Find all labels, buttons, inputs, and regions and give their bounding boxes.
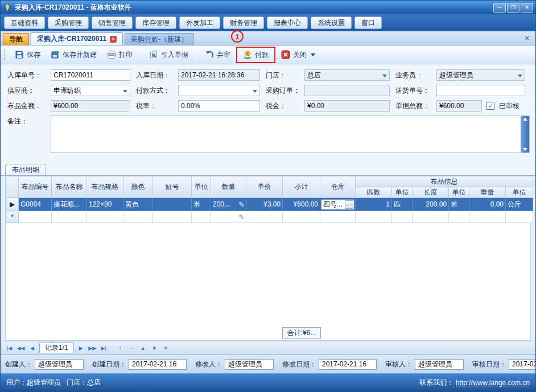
salesperson-select[interactable]: 超级管理员 <box>436 69 525 81</box>
delivery-no-label: 送货单号： <box>394 86 436 96</box>
remark-scrollbar[interactable] <box>521 116 529 152</box>
pencil-icon: ✎ <box>238 213 245 221</box>
tax-rate-field[interactable]: 0.00% <box>178 100 260 112</box>
col-header-weight-unit[interactable]: 单位 <box>506 187 533 198</box>
col-header-name[interactable]: 布品名称 <box>52 176 87 198</box>
col-header-warehouse[interactable]: 仓库 <box>320 176 356 198</box>
nav-first-button[interactable]: |◀ <box>4 343 15 353</box>
cell-length[interactable]: 200.00 <box>413 198 449 211</box>
cell-weight-unit[interactable]: 公斤 <box>506 198 533 211</box>
nav-edit-button[interactable]: ▲ <box>138 343 149 353</box>
menu-item-outsourcing[interactable]: 外发加工 <box>179 16 220 29</box>
cell-length-unit[interactable]: 米 <box>449 198 469 211</box>
cell-code[interactable]: G0004 <box>19 198 52 211</box>
store-select[interactable]: 总店 <box>304 69 390 81</box>
nav-last-button[interactable]: ▶| <box>98 343 109 353</box>
col-header-subtotal[interactable]: 小计 <box>283 176 320 198</box>
minimize-icon: ─ <box>498 5 501 10</box>
cell-warehouse[interactable]: 四号... … <box>320 198 356 211</box>
chevron-down-icon <box>123 90 127 93</box>
import-document-button[interactable]: 引入单据 <box>145 48 193 62</box>
col-header-price[interactable]: 单价 <box>246 176 283 198</box>
status-bar: 用户：超级管理员 门店：总店 联系我们： http://www.lange.co… <box>1 373 535 391</box>
ellipsis-button[interactable]: … <box>345 200 353 209</box>
col-header-length-unit[interactable]: 单位 <box>449 187 469 198</box>
payment-method-select[interactable] <box>178 85 260 96</box>
scroll-up-icon <box>523 118 527 121</box>
close-window-button[interactable]: ✕ <box>521 3 533 13</box>
nav-prev-button[interactable]: ◀ <box>27 343 38 353</box>
create-date-value: 2017-02-21 16 <box>129 359 187 370</box>
menu-item-purchase[interactable]: 采购管理 <box>48 16 89 29</box>
pencil-icon: ✎ <box>238 200 245 209</box>
col-header-pieces[interactable]: 匹数 <box>356 187 392 198</box>
menu-item-finance[interactable]: 财务管理 <box>223 16 264 29</box>
purchase-order-label: 采购订单： <box>265 86 304 96</box>
pay-button[interactable]: ¥ 付款 <box>238 48 273 62</box>
nav-cancel-button[interactable]: ✕ <box>160 343 171 353</box>
col-header-weight[interactable]: 重量 <box>469 187 506 198</box>
col-header-qty[interactable]: 数量 <box>211 176 246 198</box>
menu-item-inventory[interactable]: 库存管理 <box>135 16 176 29</box>
menu-item-sales[interactable]: 销售管理 <box>92 16 133 29</box>
tax-field[interactable]: ¥0.00 <box>304 100 390 112</box>
cell-weight[interactable]: 0.00 <box>469 198 506 211</box>
col-header-pieces-unit[interactable]: 单位 <box>392 187 413 198</box>
cell-unit[interactable]: 米 <box>192 198 211 211</box>
menu-item-settings[interactable]: 系统设置 <box>311 16 352 29</box>
unapprove-button[interactable]: 弃审 <box>200 48 235 62</box>
tabbar-close-button[interactable]: ✕ <box>521 35 533 42</box>
nav-post-button[interactable]: ▼ <box>149 343 160 353</box>
supplier-select[interactable]: 申洲纺织 <box>51 85 130 96</box>
inbound-date-field[interactable]: 2017-02-21 16:28:36 <box>178 69 260 81</box>
tab-purchase-payment[interactable]: 采购付款-（新建） <box>125 33 194 45</box>
col-header-unit[interactable]: 单位 <box>192 176 211 198</box>
minimize-button[interactable]: ─ <box>493 3 506 13</box>
table-row-selected[interactable]: ▶ G0004 提花顺... 122×80 黄色 米 200...✎ ¥3.00… <box>6 198 533 211</box>
menu-item-window[interactable]: 窗口 <box>354 16 382 29</box>
cell-dye-lot[interactable] <box>153 198 192 211</box>
cell-qty[interactable]: 200...✎ <box>211 198 246 211</box>
warehouse-editor[interactable]: 四号... … <box>321 199 354 210</box>
tab-navigation[interactable]: 导航 <box>3 33 29 45</box>
col-header-dye-lot[interactable]: 缸号 <box>153 176 192 198</box>
cell-pieces[interactable]: 1 <box>356 198 392 211</box>
auditor-value: 超级管理员 <box>415 359 464 370</box>
purchase-order-field[interactable] <box>304 85 390 96</box>
website-link[interactable]: http://www.lange.com.cn <box>456 379 530 387</box>
doc-total-field[interactable]: ¥600.00 <box>436 100 482 112</box>
table-row-new[interactable]: * ✎ <box>6 211 533 223</box>
menu-item-basic-data[interactable]: 基础资料 <box>4 16 45 29</box>
save-and-new-button[interactable]: 保存并新建 <box>46 48 101 62</box>
col-header-color[interactable]: 颜色 <box>123 176 153 198</box>
cell-name[interactable]: 提花顺... <box>52 198 87 211</box>
close-form-button[interactable]: 关闭 <box>277 48 320 62</box>
tab-fabric-detail[interactable]: 布品明细 <box>5 164 46 175</box>
approved-checkbox[interactable]: ✓ <box>486 102 494 110</box>
menu-item-reports[interactable]: 报表中心 <box>267 16 308 29</box>
nav-delete-button[interactable]: − <box>126 343 137 353</box>
nav-prev-page-button[interactable]: ◀◀ <box>15 343 26 353</box>
delivery-no-field[interactable] <box>436 85 525 96</box>
record-navigator: |◀ ◀◀ ◀ 记录1/1 ▶ ▶▶ ▶| + − ▲ ▼ ✕ <box>1 341 535 354</box>
fabric-amount-field[interactable]: ¥600.00 <box>51 100 130 112</box>
cell-subtotal[interactable]: ¥600.00 <box>283 198 320 211</box>
col-header-length[interactable]: 长度 <box>413 187 449 198</box>
nav-next-page-button[interactable]: ▶▶ <box>87 343 98 353</box>
tab-close-icon[interactable]: ✕ <box>110 36 117 43</box>
cell-spec[interactable]: 122×80 <box>87 198 123 211</box>
col-header-spec[interactable]: 布品规格 <box>87 176 123 198</box>
tab-purchase-inbound[interactable]: 采购入库-CR17020011 ✕ <box>31 32 123 45</box>
close-icon: ✕ <box>525 35 530 42</box>
print-button[interactable]: 打印 <box>102 48 137 62</box>
save-button[interactable]: 保存 <box>10 48 45 62</box>
maximize-button[interactable]: ❐ <box>507 3 519 13</box>
cell-price[interactable]: ¥3.00 <box>246 198 283 211</box>
inbound-no-field[interactable]: CR17020011 <box>51 69 130 81</box>
remark-textarea[interactable] <box>51 115 530 153</box>
nav-insert-button[interactable]: + <box>115 343 126 353</box>
nav-next-button[interactable]: ▶ <box>76 343 86 353</box>
cell-color[interactable]: 黄色 <box>123 198 153 211</box>
cell-pieces-unit[interactable]: 匹 <box>392 198 413 211</box>
col-header-code[interactable]: 布品编号 <box>19 176 52 198</box>
